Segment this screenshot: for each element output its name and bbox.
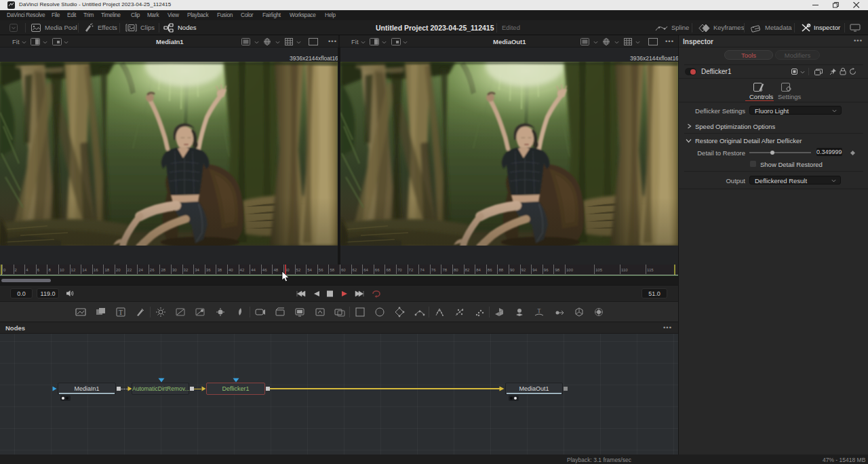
svg-text:T: T xyxy=(119,309,123,316)
svg-text:T: T xyxy=(538,308,541,314)
